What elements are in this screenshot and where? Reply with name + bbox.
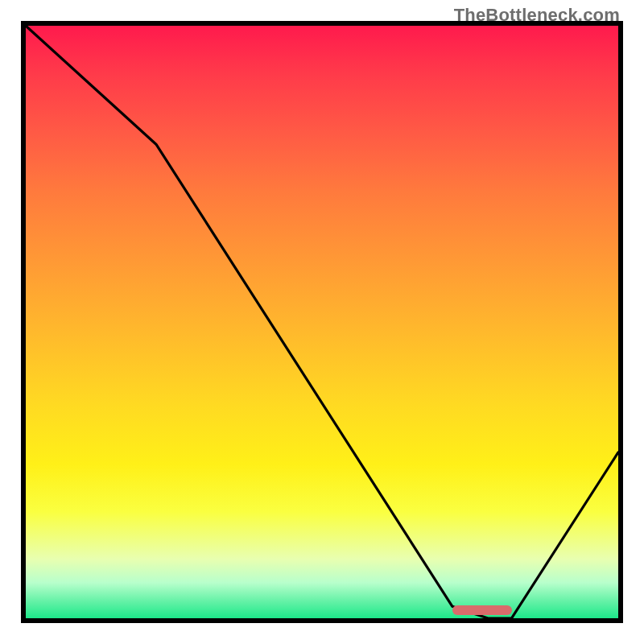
frame-border-left — [21, 21, 26, 623]
frame-border-bottom — [23, 618, 621, 623]
watermark-text: TheBottleneck.com — [454, 5, 620, 26]
chart-frame: TheBottleneck.com — [0, 0, 644, 644]
optimal-range-marker — [452, 605, 512, 615]
plot-gradient-background — [26, 26, 618, 618]
frame-border-right — [618, 21, 623, 623]
